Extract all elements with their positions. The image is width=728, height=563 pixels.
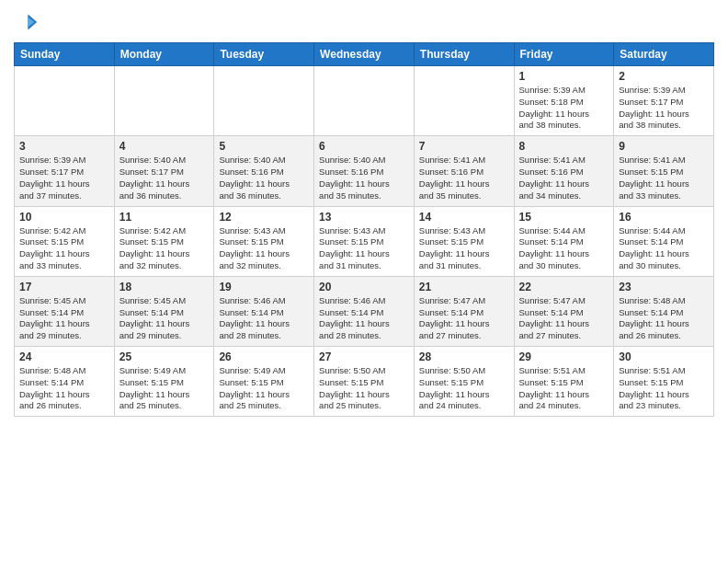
calendar-cell [414, 66, 514, 136]
day-number: 2 [619, 70, 709, 83]
calendar-cell: 13Sunrise: 5:43 AM Sunset: 5:15 PM Dayli… [314, 206, 415, 276]
day-info: Sunrise: 5:49 AM Sunset: 5:15 PM Dayligh… [119, 365, 210, 412]
calendar-cell: 10Sunrise: 5:42 AM Sunset: 5:15 PM Dayli… [15, 206, 115, 276]
day-number: 16 [619, 211, 709, 224]
header [14, 9, 714, 35]
weekday-header-tuesday: Tuesday [214, 43, 314, 66]
day-info: Sunrise: 5:47 AM Sunset: 5:14 PM Dayligh… [419, 295, 509, 342]
weekday-header-wednesday: Wednesday [314, 43, 415, 66]
day-info: Sunrise: 5:39 AM Sunset: 5:17 PM Dayligh… [619, 85, 709, 132]
calendar-cell: 8Sunrise: 5:41 AM Sunset: 5:16 PM Daylig… [514, 136, 614, 206]
calendar-cell: 17Sunrise: 5:45 AM Sunset: 5:14 PM Dayli… [15, 276, 115, 346]
calendar-cell [114, 66, 214, 136]
day-number: 25 [119, 350, 210, 363]
day-info: Sunrise: 5:51 AM Sunset: 5:15 PM Dayligh… [619, 365, 709, 412]
weekday-header-sunday: Sunday [15, 43, 115, 66]
day-info: Sunrise: 5:43 AM Sunset: 5:15 PM Dayligh… [219, 225, 309, 272]
day-number: 12 [219, 211, 309, 224]
day-number: 22 [519, 281, 609, 293]
week-row-2: 3Sunrise: 5:39 AM Sunset: 5:17 PM Daylig… [15, 136, 714, 206]
day-number: 23 [619, 281, 709, 293]
calendar-cell: 18Sunrise: 5:45 AM Sunset: 5:14 PM Dayli… [114, 276, 214, 346]
day-info: Sunrise: 5:40 AM Sunset: 5:16 PM Dayligh… [219, 155, 309, 201]
calendar-cell: 23Sunrise: 5:48 AM Sunset: 5:14 PM Dayli… [614, 276, 714, 346]
page: SundayMondayTuesdayWednesdayThursdayFrid… [0, 0, 728, 426]
weekday-header-friday: Friday [514, 43, 614, 66]
calendar-cell: 26Sunrise: 5:49 AM Sunset: 5:15 PM Dayli… [214, 347, 314, 417]
calendar-cell: 14Sunrise: 5:43 AM Sunset: 5:15 PM Dayli… [414, 206, 514, 276]
day-info: Sunrise: 5:44 AM Sunset: 5:14 PM Dayligh… [619, 225, 709, 272]
calendar-cell: 30Sunrise: 5:51 AM Sunset: 5:15 PM Dayli… [614, 347, 714, 417]
week-row-1: 1Sunrise: 5:39 AM Sunset: 5:18 PM Daylig… [15, 66, 714, 136]
calendar-cell: 6Sunrise: 5:40 AM Sunset: 5:16 PM Daylig… [314, 136, 415, 206]
calendar-cell: 28Sunrise: 5:50 AM Sunset: 5:15 PM Dayli… [414, 347, 514, 417]
weekday-header-row: SundayMondayTuesdayWednesdayThursdayFrid… [15, 43, 714, 66]
day-number: 24 [19, 350, 109, 363]
calendar-cell: 24Sunrise: 5:48 AM Sunset: 5:14 PM Dayli… [15, 347, 115, 417]
day-info: Sunrise: 5:42 AM Sunset: 5:15 PM Dayligh… [119, 225, 210, 272]
day-number: 29 [519, 350, 609, 363]
week-row-4: 17Sunrise: 5:45 AM Sunset: 5:14 PM Dayli… [15, 276, 714, 346]
day-info: Sunrise: 5:48 AM Sunset: 5:14 PM Dayligh… [19, 365, 109, 412]
day-info: Sunrise: 5:45 AM Sunset: 5:14 PM Dayligh… [19, 295, 109, 342]
day-number: 11 [119, 211, 210, 224]
day-info: Sunrise: 5:43 AM Sunset: 5:15 PM Dayligh… [419, 225, 509, 272]
calendar-cell: 1Sunrise: 5:39 AM Sunset: 5:18 PM Daylig… [514, 66, 614, 136]
day-number: 20 [319, 281, 409, 293]
calendar-cell: 27Sunrise: 5:50 AM Sunset: 5:15 PM Dayli… [314, 347, 415, 417]
day-number: 4 [119, 140, 210, 153]
day-info: Sunrise: 5:44 AM Sunset: 5:14 PM Dayligh… [519, 225, 609, 272]
day-info: Sunrise: 5:50 AM Sunset: 5:15 PM Dayligh… [319, 365, 409, 412]
day-number: 3 [19, 140, 109, 153]
calendar-cell: 20Sunrise: 5:46 AM Sunset: 5:14 PM Dayli… [314, 276, 415, 346]
logo [14, 9, 43, 35]
day-info: Sunrise: 5:43 AM Sunset: 5:15 PM Dayligh… [319, 225, 409, 272]
calendar-cell: 11Sunrise: 5:42 AM Sunset: 5:15 PM Dayli… [114, 206, 214, 276]
day-number: 15 [519, 211, 609, 224]
day-number: 17 [19, 281, 109, 293]
day-number: 26 [219, 350, 309, 363]
day-number: 19 [219, 281, 309, 293]
day-info: Sunrise: 5:40 AM Sunset: 5:16 PM Dayligh… [319, 155, 409, 201]
calendar-cell [15, 66, 115, 136]
logo-icon [14, 9, 40, 35]
day-number: 5 [219, 140, 309, 153]
day-number: 10 [19, 211, 109, 224]
weekday-header-monday: Monday [114, 43, 214, 66]
day-info: Sunrise: 5:39 AM Sunset: 5:17 PM Dayligh… [19, 155, 109, 201]
day-number: 30 [619, 350, 709, 363]
day-number: 14 [419, 211, 509, 224]
calendar-cell: 25Sunrise: 5:49 AM Sunset: 5:15 PM Dayli… [114, 347, 214, 417]
calendar-cell: 4Sunrise: 5:40 AM Sunset: 5:17 PM Daylig… [114, 136, 214, 206]
day-info: Sunrise: 5:41 AM Sunset: 5:16 PM Dayligh… [419, 155, 509, 201]
calendar-cell: 5Sunrise: 5:40 AM Sunset: 5:16 PM Daylig… [214, 136, 314, 206]
calendar-cell: 12Sunrise: 5:43 AM Sunset: 5:15 PM Dayli… [214, 206, 314, 276]
day-info: Sunrise: 5:40 AM Sunset: 5:17 PM Dayligh… [119, 155, 210, 201]
calendar-cell: 9Sunrise: 5:41 AM Sunset: 5:15 PM Daylig… [614, 136, 714, 206]
day-info: Sunrise: 5:45 AM Sunset: 5:14 PM Dayligh… [119, 295, 210, 342]
calendar-cell: 29Sunrise: 5:51 AM Sunset: 5:15 PM Dayli… [514, 347, 614, 417]
calendar-cell: 15Sunrise: 5:44 AM Sunset: 5:14 PM Dayli… [514, 206, 614, 276]
day-info: Sunrise: 5:39 AM Sunset: 5:18 PM Dayligh… [519, 85, 609, 132]
day-info: Sunrise: 5:47 AM Sunset: 5:14 PM Dayligh… [519, 295, 609, 342]
day-info: Sunrise: 5:49 AM Sunset: 5:15 PM Dayligh… [219, 365, 309, 412]
calendar-cell: 16Sunrise: 5:44 AM Sunset: 5:14 PM Dayli… [614, 206, 714, 276]
calendar-cell: 7Sunrise: 5:41 AM Sunset: 5:16 PM Daylig… [414, 136, 514, 206]
calendar-cell: 22Sunrise: 5:47 AM Sunset: 5:14 PM Dayli… [514, 276, 614, 346]
weekday-header-thursday: Thursday [414, 43, 514, 66]
day-info: Sunrise: 5:46 AM Sunset: 5:14 PM Dayligh… [219, 295, 309, 342]
day-info: Sunrise: 5:50 AM Sunset: 5:15 PM Dayligh… [419, 365, 509, 412]
calendar-cell: 3Sunrise: 5:39 AM Sunset: 5:17 PM Daylig… [15, 136, 115, 206]
day-info: Sunrise: 5:46 AM Sunset: 5:14 PM Dayligh… [319, 295, 409, 342]
day-number: 13 [319, 211, 409, 224]
calendar-cell: 19Sunrise: 5:46 AM Sunset: 5:14 PM Dayli… [214, 276, 314, 346]
day-info: Sunrise: 5:51 AM Sunset: 5:15 PM Dayligh… [519, 365, 609, 412]
day-number: 27 [319, 350, 409, 363]
day-info: Sunrise: 5:41 AM Sunset: 5:16 PM Dayligh… [519, 155, 609, 201]
day-number: 1 [519, 70, 609, 83]
day-number: 18 [119, 281, 210, 293]
weekday-header-saturday: Saturday [614, 43, 714, 66]
day-number: 6 [319, 140, 409, 153]
calendar-cell: 21Sunrise: 5:47 AM Sunset: 5:14 PM Dayli… [414, 276, 514, 346]
day-info: Sunrise: 5:42 AM Sunset: 5:15 PM Dayligh… [19, 225, 109, 272]
